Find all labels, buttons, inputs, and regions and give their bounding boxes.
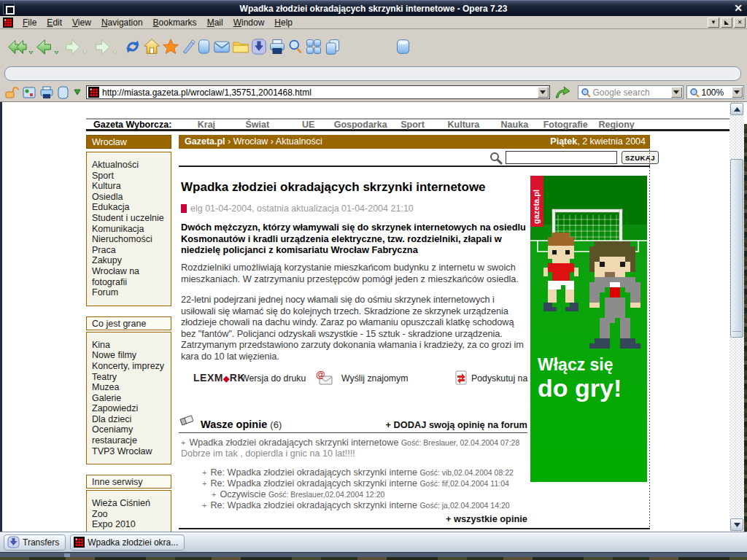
- sidebar-link[interactable]: Expo 2010: [92, 519, 168, 530]
- sidebar-link[interactable]: TVP3 Wrocław: [92, 446, 168, 457]
- comment-row[interactable]: +Re: Wpadka złodziei okradających skrzyn…: [179, 500, 527, 510]
- comment-row[interactable]: +Re: Wpadka złodziei okradających skrzyn…: [179, 478, 527, 489]
- sidebar-link[interactable]: Muzea: [92, 382, 168, 393]
- site-nav-ue[interactable]: UE: [283, 120, 334, 130]
- site-nav-nauka[interactable]: Nauka: [489, 120, 540, 130]
- site-nav-świat[interactable]: Świat: [232, 120, 283, 130]
- site-nav-regiony[interactable]: Regiony: [591, 120, 642, 130]
- sidebar-link[interactable]: Zoo: [92, 509, 168, 520]
- page-tab[interactable]: Wpadka złodziei okra...: [70, 534, 185, 551]
- notes-pen-button[interactable]: [181, 38, 196, 55]
- scroll-down-button[interactable]: [730, 518, 743, 531]
- menu-bookmarks[interactable]: Bookmarks: [148, 18, 202, 28]
- scroll-up-button[interactable]: [730, 103, 743, 115]
- menu-file[interactable]: File: [18, 18, 42, 28]
- quick-address-field[interactable]: [4, 66, 741, 81]
- site-search-button[interactable]: SZUKAJ: [622, 151, 659, 164]
- page-panel-button[interactable]: [395, 38, 411, 55]
- security-padlock-icon[interactable]: [4, 85, 19, 100]
- google-search-dropdown[interactable]: [671, 87, 682, 98]
- sidebar-link[interactable]: Nieruchomości: [92, 234, 168, 245]
- find-button[interactable]: [287, 38, 303, 55]
- sidebar-link[interactable]: Aktualności: [92, 160, 168, 171]
- menu-help[interactable]: Help: [269, 18, 298, 28]
- breadcrumb-site[interactable]: Gazeta.pl: [185, 136, 225, 147]
- menu-edit[interactable]: Edit: [42, 18, 67, 28]
- site-nav-gospodarka[interactable]: Gospodarka: [334, 120, 387, 130]
- print-button[interactable]: [268, 38, 286, 55]
- sidebar-link[interactable]: Edukacja: [92, 202, 168, 213]
- comment-row[interactable]: +Oczywiscie Gość: Breslauer,02.04.2004 1…: [179, 489, 527, 499]
- all-opinions-link[interactable]: + wszystkie opinie: [179, 513, 527, 524]
- sidebar-link[interactable]: Nowe filmy: [92, 350, 168, 361]
- sidebar-link[interactable]: Koncerty, imprezy: [92, 361, 168, 372]
- sidebar-link[interactable]: Dla dzieci: [92, 414, 168, 425]
- zoom-dropdown[interactable]: [732, 87, 743, 98]
- vertical-scrollbar[interactable]: [729, 102, 744, 532]
- cascade-windows-button[interactable]: [324, 38, 341, 55]
- sidebar-link[interactable]: Sport: [92, 171, 168, 182]
- ad-banner[interactable]: gazeta.pl Włącz się do gry!: [530, 176, 647, 482]
- forum-icon[interactable]: [454, 370, 468, 388]
- google-search-field[interactable]: Google search: [578, 85, 684, 99]
- fast-forward-dropdown[interactable]: [112, 44, 117, 58]
- back-multiple-dropdown[interactable]: [28, 44, 34, 58]
- sidebar-link[interactable]: Osiedla: [92, 192, 168, 203]
- add-opinion-link[interactable]: + DODAJ swoją opinię na forum: [386, 419, 527, 430]
- send-to-friend-link[interactable]: Wyślij znajomym: [341, 373, 408, 384]
- site-nav-kraj[interactable]: Kraj: [181, 120, 232, 130]
- zoom-field[interactable]: 100%: [686, 85, 744, 99]
- sidebar-link[interactable]: Kina: [92, 340, 168, 351]
- transfers-button[interactable]: Transfers: [4, 534, 66, 551]
- fast-forward-button[interactable]: [94, 38, 111, 56]
- mail-button[interactable]: [213, 38, 231, 55]
- sidebar-link[interactable]: Wieża Ciśnień: [92, 498, 168, 509]
- url-field[interactable]: http://miasta.gazeta.pl/wroclaw/1,35751,…: [86, 85, 550, 99]
- bookmarks-button[interactable]: [162, 38, 179, 55]
- back-multiple-button[interactable]: [7, 38, 27, 56]
- sidebar-link[interactable]: Praca: [92, 245, 168, 256]
- site-nav-kultura[interactable]: Kultura: [438, 120, 489, 130]
- sidebar-link[interactable]: Oceniamy restauracje: [92, 424, 168, 446]
- print-page-icon[interactable]: [39, 85, 54, 100]
- url-text[interactable]: http://miasta.gazeta.pl/wroclaw/1,35751,…: [99, 88, 538, 98]
- download-button[interactable]: [251, 38, 267, 55]
- reload-button[interactable]: [124, 38, 142, 55]
- home-button[interactable]: [143, 38, 160, 55]
- sidebar-link[interactable]: Student i uczelnie: [92, 213, 168, 224]
- new-page-button[interactable]: [197, 38, 212, 55]
- menubar-dropdown-button[interactable]: ▼: [708, 18, 719, 28]
- menu-view[interactable]: View: [67, 18, 96, 28]
- forward-dropdown[interactable]: [82, 44, 88, 58]
- zoom-value[interactable]: 100%: [700, 88, 732, 98]
- sidebar-link[interactable]: Galerie: [92, 393, 168, 404]
- folder-button[interactable]: [232, 38, 249, 55]
- sidebar-link[interactable]: Zapowiedzi: [92, 403, 168, 414]
- comment-row[interactable]: +Re: Wpadka złodziei okradających skrzyn…: [179, 467, 527, 478]
- go-button[interactable]: [554, 85, 570, 100]
- page-icon[interactable]: [57, 85, 70, 100]
- panels-toggle-icon[interactable]: [22, 85, 36, 100]
- menu-navigation[interactable]: Navigation: [96, 18, 148, 28]
- address-dropdown-icon[interactable]: [73, 88, 82, 97]
- sidebar-link[interactable]: Wrocław na fotografii: [92, 266, 168, 287]
- sidebar-link[interactable]: Zakupy: [92, 255, 168, 266]
- site-nav-fotografie[interactable]: Fotografie: [540, 120, 591, 130]
- back-button[interactable]: [36, 38, 53, 56]
- site-search-input[interactable]: [506, 151, 617, 164]
- print-version-link[interactable]: Wersja do druku: [241, 373, 306, 384]
- menu-mail[interactable]: Mail: [202, 18, 228, 28]
- sidebar-link[interactable]: Teatry: [92, 372, 168, 383]
- window-close-button[interactable]: ✕: [734, 2, 743, 14]
- breadcrumb-path[interactable]: › Wrocław › Aktualności: [225, 136, 322, 147]
- menubar-close-button[interactable]: ✕: [734, 18, 746, 28]
- comment-row[interactable]: +Wpadka złodziei okradających skrzynki i…: [179, 438, 527, 448]
- url-dropdown-button[interactable]: [538, 87, 549, 98]
- site-nav-sport[interactable]: Sport: [387, 120, 438, 130]
- send-to-friend-icon[interactable]: @: [315, 370, 334, 388]
- menubar-resize-button[interactable]: ◣: [721, 18, 732, 28]
- google-search-placeholder[interactable]: Google search: [591, 88, 671, 98]
- lexmark-logo[interactable]: LEXM◆RK: [193, 372, 245, 384]
- forward-button[interactable]: [64, 38, 81, 56]
- sidebar-link[interactable]: Kultura: [92, 181, 168, 192]
